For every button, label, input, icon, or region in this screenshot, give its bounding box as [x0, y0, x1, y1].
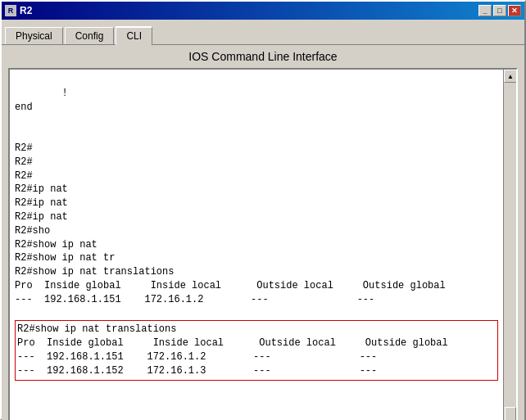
title-bar-controls: _ □ ✕ [478, 5, 521, 16]
cli-area[interactable]: ! end R2# R2# R2# R2#ip nat R2#ip nat R2… [8, 68, 518, 420]
highlighted-cli-block: R2#show ip nat translations Pro Inside g… [15, 320, 498, 380]
scroll-track[interactable] [504, 83, 516, 420]
tab-config[interactable]: Config [65, 27, 115, 44]
tab-cli[interactable]: CLI [116, 26, 152, 45]
tab-physical[interactable]: Physical [5, 27, 63, 44]
title-bar: R R2 _ □ ✕ [2, 2, 524, 20]
scrollbar[interactable]: ▲ ▼ [503, 70, 516, 420]
close-button[interactable]: ✕ [508, 5, 521, 16]
minimize-button[interactable]: _ [478, 5, 492, 16]
page-title: IOS Command Line Interface [8, 50, 518, 63]
cli-pre-highlight: ! end R2# R2# R2# R2#ip nat R2#ip nat R2… [15, 88, 446, 305]
maximize-button[interactable]: □ [493, 5, 506, 16]
scroll-up-button[interactable]: ▲ [504, 70, 517, 83]
window-icon: R [5, 5, 16, 16]
content-area: IOS Command Line Interface ! end R2# R2#… [2, 44, 524, 420]
window-title: R2 [20, 5, 32, 16]
cli-output[interactable]: ! end R2# R2# R2# R2#ip nat R2#ip nat R2… [10, 70, 503, 420]
tab-bar: Physical Config CLI [2, 20, 524, 44]
scroll-thumb[interactable] [505, 407, 516, 420]
main-window: R R2 _ □ ✕ Physical Config CLI IOS Comma… [0, 0, 526, 420]
